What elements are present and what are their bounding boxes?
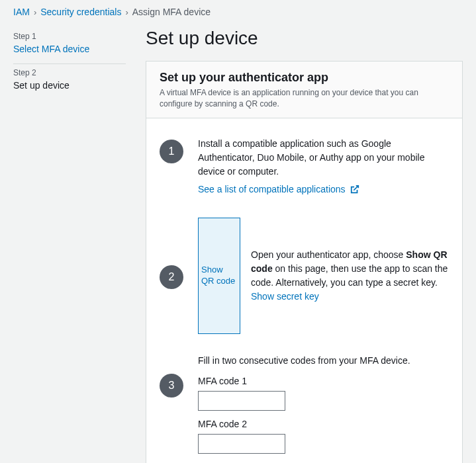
step-2-text: Open your authenticator app, choose Show… [251, 248, 449, 304]
step-3-badge: 3 [160, 374, 183, 398]
step-1-badge: 1 [160, 140, 183, 163]
step-3-row: 3 Fill in two consecutive codes from you… [160, 354, 449, 454]
show-qr-code-button[interactable]: Show QR code [198, 218, 240, 334]
sidebar-step-1[interactable]: Step 1 Select MFA device [13, 28, 126, 63]
mfa-code-2-input[interactable] [198, 434, 285, 454]
breadcrumb-iam[interactable]: IAM [13, 7, 30, 17]
mfa-code-1-input[interactable] [198, 391, 285, 411]
main-content: Set up device Set up your authenticator … [146, 28, 463, 463]
step-3-intro: Fill in two consecutive codes from your … [198, 354, 449, 368]
breadcrumb-current: Assign MFA device [132, 7, 211, 17]
page-title: Set up device [146, 28, 463, 49]
panel-header: Set up your authenticator app A virtual … [146, 62, 462, 118]
mfa-code-1-field: MFA code 1 [198, 374, 449, 411]
panel-title: Set up your authenticator app [160, 71, 449, 85]
step-1-row: 1 Install a compatible application such … [160, 137, 449, 198]
breadcrumb: IAM › Security credentials › Assign MFA … [0, 0, 476, 21]
step-2-badge: 2 [160, 265, 183, 289]
mfa-code-2-field: MFA code 2 [198, 417, 449, 454]
sidebar-step-2: Step 2 Set up device [13, 64, 126, 100]
sidebar-step-1-label: Step 1 [13, 32, 126, 41]
chevron-right-icon: › [34, 7, 36, 17]
mfa-code-2-label: MFA code 2 [198, 417, 449, 431]
panel-description: A virtual MFA device is an application r… [160, 87, 449, 110]
sidebar-step-2-label: Step 2 [13, 68, 126, 77]
setup-panel: Set up your authenticator app A virtual … [146, 61, 463, 463]
wizard-sidebar: Step 1 Select MFA device Step 2 Set up d… [13, 28, 126, 463]
breadcrumb-security-credentials[interactable]: Security credentials [40, 7, 121, 17]
sidebar-step-1-title: Select MFA device [13, 44, 126, 54]
step-2-row: 2 Show QR code Open your authenticator a… [160, 218, 449, 334]
mfa-code-1-label: MFA code 1 [198, 374, 449, 388]
compatible-apps-link[interactable]: See a list of compatible applications [198, 184, 359, 194]
external-link-icon [350, 184, 359, 198]
show-secret-key-link[interactable]: Show secret key [251, 291, 319, 302]
step-1-text: Install a compatible application such as… [198, 137, 449, 179]
sidebar-step-2-title: Set up device [13, 80, 126, 91]
chevron-right-icon: › [125, 7, 128, 17]
